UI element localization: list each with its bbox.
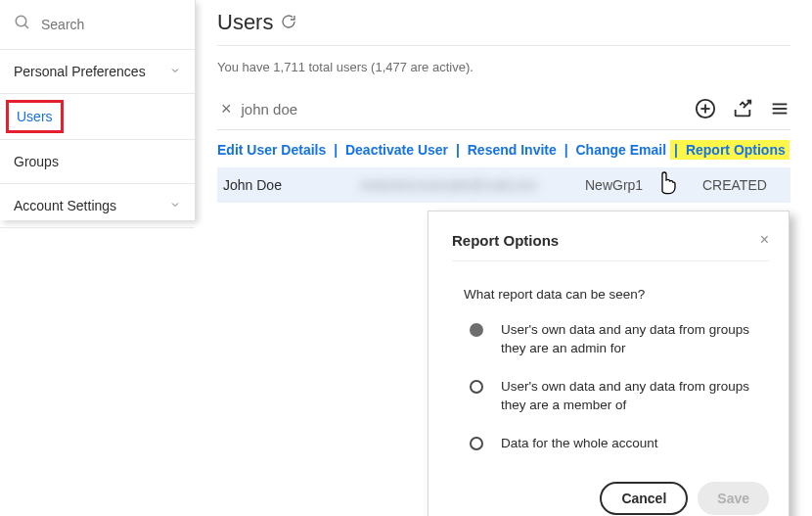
radio-icon[interactable] — [470, 323, 483, 337]
change-email-link[interactable]: Change Email — [575, 142, 666, 158]
radio-option-3[interactable]: Data for the whole account — [452, 429, 769, 467]
cursor-icon — [654, 168, 677, 196]
resend-invite-link[interactable]: Resend Invite — [468, 142, 557, 158]
radio-label: User's own data and any data from groups… — [501, 378, 755, 415]
sidebar-item-label: Users — [6, 100, 64, 133]
menu-button[interactable] — [769, 98, 790, 119]
radio-label: User's own data and any data from groups… — [501, 321, 755, 358]
add-user-button[interactable] — [695, 98, 716, 119]
search-input[interactable] — [41, 17, 158, 32]
sidebar-item-users[interactable]: Users — [0, 94, 195, 140]
page-title-row: Users — [217, 10, 790, 46]
sidebar-item-personal-preferences[interactable]: Personal Preferences — [0, 50, 195, 94]
filter-term[interactable]: john doe — [242, 101, 695, 117]
report-options-modal: Report Options × What report data can be… — [428, 211, 789, 516]
sidebar: Personal Preferences Users Groups Accoun… — [0, 0, 196, 220]
svg-line-1 — [24, 24, 28, 28]
radio-option-2[interactable]: User's own data and any data from groups… — [452, 372, 769, 429]
filter-row: × john doe — [217, 92, 790, 130]
user-count-text: You have 1,711 total users (1,477 are ac… — [217, 46, 790, 92]
sidebar-item-label: Personal Preferences — [14, 64, 146, 79]
cell-email: redacted.example@mail.com — [360, 177, 556, 193]
page-title: Users — [217, 10, 273, 35]
filter-actions — [695, 98, 790, 119]
table-row[interactable]: John Doe redacted.example@mail.com NewGr… — [217, 167, 790, 203]
separator: | — [561, 142, 572, 158]
modal-question: What report data can be seen? — [452, 281, 769, 315]
edit-user-link[interactable]: Edit User Details — [217, 142, 326, 158]
refresh-icon[interactable] — [281, 10, 296, 35]
chevron-down-icon — [169, 64, 181, 79]
modal-title: Report Options — [452, 232, 559, 249]
sidebar-item-account-settings[interactable]: Account Settings — [0, 184, 195, 228]
save-button: Save — [698, 482, 769, 515]
sidebar-item-groups[interactable]: Groups — [0, 140, 195, 184]
sidebar-item-label: Account Settings — [14, 198, 116, 213]
radio-icon[interactable] — [470, 437, 483, 450]
report-options-link[interactable]: Report Options — [682, 140, 789, 160]
svg-point-0 — [16, 16, 26, 26]
clear-filter-button[interactable]: × — [217, 99, 242, 119]
search-row[interactable] — [0, 0, 195, 50]
search-icon — [14, 14, 31, 35]
separator: | — [330, 142, 341, 158]
radio-option-1[interactable]: User's own data and any data from groups… — [452, 315, 769, 372]
deactivate-user-link[interactable]: Deactivate User — [345, 142, 448, 158]
action-links: Edit User Details | Deactivate User | Re… — [217, 130, 790, 167]
chevron-down-icon — [169, 198, 181, 213]
export-button[interactable] — [732, 98, 753, 119]
separator: | — [452, 142, 464, 158]
cancel-button[interactable]: Cancel — [600, 482, 688, 515]
cell-name: John Doe — [223, 177, 331, 193]
modal-buttons: Cancel Save — [452, 466, 769, 515]
separator: | — [670, 140, 682, 160]
cell-status: CREATED — [702, 177, 767, 193]
close-icon[interactable]: × — [760, 231, 769, 249]
sidebar-item-label: Groups — [14, 154, 59, 169]
radio-icon[interactable] — [470, 380, 483, 394]
modal-header: Report Options × — [452, 231, 769, 261]
radio-label: Data for the whole account — [501, 435, 658, 453]
